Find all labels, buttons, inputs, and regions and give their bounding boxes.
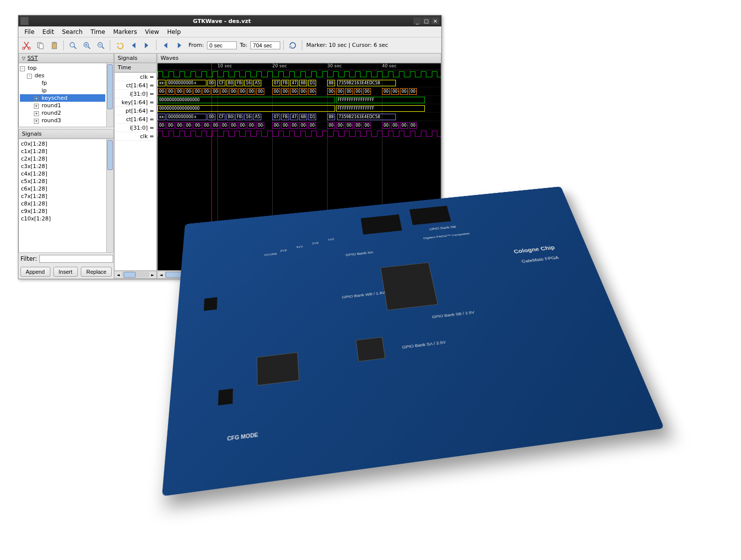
replace-button[interactable]: Replace	[81, 267, 112, 277]
wave-row[interactable]: xx+0000000000+00+CF+B0+FB+16+A5+07+FB+47…	[158, 113, 441, 121]
from-label: From:	[188, 42, 204, 48]
wave-row[interactable]: 0000000000000000FFFFFFFFFFFFFFFF	[158, 104, 441, 113]
signal-item[interactable]: c3x[1:28]	[20, 163, 105, 170]
menu-view[interactable]: View	[141, 27, 163, 36]
append-button[interactable]: Append	[20, 267, 50, 277]
filter-input[interactable]	[39, 255, 113, 263]
menu-time[interactable]: Time	[87, 27, 109, 36]
nav-start-button[interactable]	[127, 39, 139, 51]
to-input[interactable]	[250, 41, 280, 49]
wave-signal-name[interactable]: clk =	[115, 132, 154, 141]
separator	[302, 40, 302, 50]
wave-signal-name[interactable]: key[1:64] =	[115, 98, 154, 107]
tree-item-round2[interactable]: + round2	[20, 109, 105, 117]
signal-item[interactable]: c4x[1:28]	[20, 170, 105, 178]
sst-scrollbar[interactable]	[106, 63, 113, 127]
minimize-button[interactable]: _	[413, 17, 421, 24]
menu-markers[interactable]: Markers	[109, 27, 141, 36]
wave-signal-name[interactable]: ct[1:64] =	[115, 115, 154, 124]
wave-row[interactable]	[158, 70, 441, 79]
close-button[interactable]: ✕	[431, 17, 439, 24]
nav-end-button[interactable]	[141, 39, 153, 51]
wave-signal-name[interactable]: i[31:0] =	[115, 124, 154, 132]
waves-header: Waves	[157, 53, 441, 63]
wave-signal-name[interactable]: ct[1:64] =	[115, 81, 154, 90]
svg-line-9	[88, 46, 90, 49]
tree-item-round3[interactable]: + round3	[20, 117, 105, 124]
toolbar: From: To: Marker: 10 sec | Cursor: 6 sec	[18, 37, 441, 53]
wave-row[interactable]: 00+00+00+00+00+00+00+00+00+00+00+00+00+0…	[158, 121, 441, 130]
sst-header: ▽SST	[18, 53, 114, 63]
time-header: Time	[114, 63, 157, 72]
svg-rect-3	[39, 43, 43, 48]
menu-search[interactable]: Search	[58, 27, 86, 36]
filter-row: Filter:	[18, 253, 114, 265]
signal-item[interactable]: c2x[1:28]	[20, 155, 105, 163]
cut-button[interactable]	[20, 39, 32, 51]
tree-item-des[interactable]: - des	[20, 72, 105, 79]
wave-row[interactable]	[158, 130, 441, 138]
sst-tree[interactable]: - top- des fp ip+ keysched+ round1+ roun…	[19, 63, 106, 127]
signal-item[interactable]: c10x[1:28]	[20, 215, 105, 222]
titlebar: GTKWave - des.vzt _ □ ✕	[18, 15, 441, 26]
wave-row[interactable]: 0000000000000000FFFFFFFFFFFFFFFF	[158, 96, 441, 104]
signals-header: Signals	[18, 129, 114, 139]
svg-line-7	[74, 46, 76, 49]
collapse-icon[interactable]: ▽	[22, 56, 25, 61]
svg-point-6	[70, 42, 74, 47]
zoom-out-button[interactable]	[95, 39, 107, 51]
window-title: GTKWave - des.vzt	[31, 18, 412, 24]
signal-item[interactable]: c5x[1:28]	[20, 178, 105, 185]
tree-item-round1[interactable]: + round1	[20, 102, 105, 109]
to-label: To:	[240, 42, 247, 48]
wave-row[interactable]: xx+0000000000+00+CF+B0+FB+16+A5+07+FB+47…	[158, 79, 441, 87]
paste-button[interactable]	[48, 39, 60, 51]
signal-item[interactable]: c1x[1:28]	[20, 148, 105, 155]
menu-help[interactable]: Help	[163, 27, 185, 36]
tree-item-fp[interactable]: fp	[20, 79, 105, 87]
mid-hscroll[interactable]: ◄►	[114, 271, 157, 279]
menubar: File Edit Search Time Markers View Help	[18, 26, 441, 37]
wave-signal-name[interactable]: clk =	[115, 73, 154, 81]
copy-button[interactable]	[34, 39, 46, 51]
menu-edit[interactable]: Edit	[38, 27, 58, 36]
fpga-board-photo: Cologne Chip GateMate FPGA GPIO Bank NA …	[180, 160, 613, 469]
nav-next-button[interactable]	[174, 39, 185, 51]
signal-item[interactable]: c0x[1:28]	[20, 140, 105, 148]
maximize-button[interactable]: □	[422, 17, 430, 24]
signal-item[interactable]: c7x[1:28]	[20, 192, 105, 200]
signals-list[interactable]: c0x[1:28]c1x[1:28]c2x[1:28]c3x[1:28]c4x[…	[19, 139, 106, 252]
separator	[63, 40, 64, 50]
mid-header: Signals	[114, 53, 157, 63]
tree-item-ip[interactable]: ip	[20, 87, 105, 94]
zoom-in-button[interactable]	[81, 39, 93, 51]
left-column: ▽SST - top- des fp ip+ keysched+ round1+…	[18, 53, 114, 279]
tree-item-top[interactable]: - top	[20, 64, 105, 72]
wave-row[interactable]: 00+00+00+00+00+00+00+00+00+00+00+00+00+0…	[158, 87, 441, 96]
svg-rect-4	[52, 42, 57, 48]
marker-cursor-status: Marker: 10 sec | Cursor: 6 sec	[306, 42, 388, 48]
menu-file[interactable]: File	[20, 27, 38, 36]
svg-rect-5	[53, 42, 56, 43]
signal-names-column: Signals Time clk =ct[1:64] =i[31:0] =key…	[114, 53, 157, 279]
from-input[interactable]	[207, 41, 237, 49]
signal-item[interactable]: c6x[1:28]	[20, 185, 105, 192]
tree-item-keysched[interactable]: + keysched	[20, 94, 105, 102]
separator	[156, 40, 157, 50]
zoom-fit-button[interactable]	[67, 39, 79, 51]
wave-signal-name[interactable]: pt[1:64] =	[115, 107, 154, 115]
sst-panel: ▽SST - top- des fp ip+ keysched+ round1+…	[18, 53, 114, 127]
insert-button[interactable]: Insert	[53, 267, 78, 277]
filter-label: Filter:	[20, 255, 37, 262]
app-icon	[20, 17, 28, 25]
signals-panel: Signals c0x[1:28]c1x[1:28]c2x[1:28]c3x[1…	[18, 129, 114, 279]
signal-names-list[interactable]: clk =ct[1:64] =i[31:0] =key[1:64] =pt[1:…	[114, 72, 157, 271]
undo-button[interactable]	[113, 39, 125, 51]
signal-item[interactable]: c9x[1:28]	[20, 207, 105, 215]
signals-scrollbar[interactable]	[106, 139, 113, 252]
separator	[110, 40, 110, 50]
signal-item[interactable]: c8x[1:28]	[20, 200, 105, 207]
wave-signal-name[interactable]: i[31:0] =	[115, 90, 154, 98]
nav-prev-button[interactable]	[160, 39, 172, 51]
reload-button[interactable]	[287, 39, 299, 51]
